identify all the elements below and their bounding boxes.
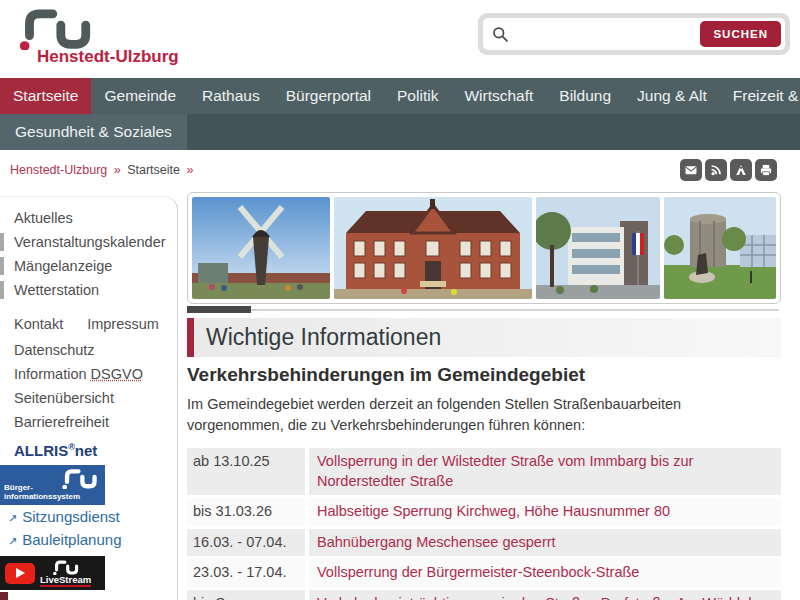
youtube-icon (5, 563, 35, 584)
sidebar-item-aktuelles[interactable]: Aktuelles (0, 206, 177, 230)
pdf-icon[interactable] (730, 159, 752, 181)
roadworks-date: ab 13.10.25 (187, 448, 305, 495)
sidebar: Aktuelles Veranstaltungskalender Mängela… (0, 196, 178, 600)
breadcrumb-home[interactable]: Henstedt-Ulzburg (10, 163, 107, 177)
nav-item-gemeinde[interactable]: Gemeinde (91, 78, 189, 114)
nav-row-2: Gesundheit & Soziales (0, 114, 800, 150)
windmill-photo (192, 197, 330, 299)
nav-item-buergerportal[interactable]: Bürgerportal (273, 78, 384, 114)
search-input[interactable] (510, 25, 700, 43)
nav-item-politik[interactable]: Politik (384, 78, 451, 114)
quick-icon-bar (680, 159, 777, 181)
sidebar-inline-links: Kontakt Impressum (0, 312, 177, 336)
search-box: SUCHEN (478, 13, 790, 55)
list-tick (0, 281, 4, 299)
page: Henstedt-Ulzburg SUCHEN Startseite Gemei… (0, 0, 800, 600)
rss-icon[interactable] (705, 159, 727, 181)
sidebar-item-seitenuebersicht[interactable]: Seitenübersicht (0, 386, 177, 410)
table-row: 23.03. - 17.04. Vollsperrung der Bürgerm… (187, 559, 781, 587)
breadcrumb: Henstedt-Ulzburg » Startseite » (10, 163, 196, 177)
livestream-label: LiveStream (40, 575, 91, 588)
search-button[interactable]: SUCHEN (700, 21, 781, 47)
modern-building-photo (536, 197, 660, 299)
main-content: Wichtige Informationen Verkehrsbehinderu… (187, 192, 781, 600)
site-name: Henstedt-Ulzburg (37, 47, 238, 67)
sidebar-item-wetterstation[interactable]: Wetterstation (0, 278, 177, 302)
search-icon (491, 25, 510, 44)
list-tick (0, 233, 4, 251)
nav-row-1: Startseite Gemeinde Rathaus Bürgerportal… (0, 78, 800, 114)
section-accent-bar (187, 318, 194, 357)
sidebar-item-maengelanzeige[interactable]: Mängelanzeige (0, 254, 177, 278)
livestream-banner[interactable]: LiveStream (0, 556, 105, 590)
roadworks-date: bis 31.03.26 (187, 498, 305, 526)
roadworks-link[interactable]: Bahnübergang Meschensee gesperrt (309, 529, 781, 557)
buergerinfo-label: Bürger- informationssystem (4, 483, 80, 502)
sidebar-item-allris-net[interactable]: ALLRIS®net (0, 442, 177, 462)
breadcrumb-current: Startseite (127, 163, 180, 177)
hu-logo-icon (49, 559, 83, 575)
sidebar-item-information-dsgvo[interactable]: Information DSGVO (0, 362, 177, 386)
sidebar-item-impressum[interactable]: Impressum (87, 312, 159, 336)
roadworks-link[interactable]: Vollsperrung der Bürgermeister-Steenbock… (309, 559, 781, 587)
nav-item-startseite[interactable]: Startseite (0, 78, 91, 114)
article-title: Verkehrsbehinderungen im Gemeindegebiet (187, 364, 585, 386)
dsgvo-abbr: DSGVO (91, 366, 143, 382)
historic-school-photo (334, 197, 532, 299)
sidebar-item-datenschutz[interactable]: Datenschutz (0, 338, 177, 362)
nav-item-freizeit-kultur[interactable]: Freizeit & Kultur (720, 78, 800, 114)
breadcrumb-row: Henstedt-Ulzburg » Startseite » (0, 150, 800, 192)
sidebar-item-sitzungsdienst[interactable]: ↗Sitzungsdienst (0, 505, 177, 528)
search-field-frame: SUCHEN (483, 18, 785, 50)
nav-item-rathaus[interactable]: Rathaus (189, 78, 273, 114)
table-row: bis 31.03.26 Halbseitige Sperrung Kirchw… (187, 498, 781, 526)
nav-item-jung-alt[interactable]: Jung & Alt (624, 78, 720, 114)
roadworks-date: 23.03. - 17.04. (187, 559, 305, 587)
photo-banner (187, 192, 781, 304)
sidebar-banner-stub (0, 592, 8, 600)
table-row: bis Sommer 2026 Verkehrsbeeinträchtigung… (187, 590, 781, 600)
nav-item-wirtschaft[interactable]: Wirtschaft (451, 78, 546, 114)
roadworks-table: ab 13.10.25 Vollsperrung in der Wilstedt… (187, 448, 781, 600)
roadworks-date: bis Sommer 2026 (187, 590, 305, 600)
site-logo[interactable]: Henstedt-Ulzburg (8, 5, 238, 73)
roadworks-link[interactable]: Halbseitige Sperrung Kirchweg, Höhe Haus… (309, 498, 781, 526)
roadworks-link[interactable]: Verkehrsbeeinträchtigungen in den Straße… (309, 590, 781, 600)
sidebar-item-kontakt[interactable]: Kontakt (14, 312, 63, 336)
hu-logo-icon (8, 5, 104, 50)
section-header: Wichtige Informationen (187, 318, 781, 357)
sidebar-item-veranstaltungskalender[interactable]: Veranstaltungskalender (0, 230, 177, 254)
sidebar-item-bauleitplanung[interactable]: ↗Bauleitplanung (0, 528, 177, 551)
print-icon[interactable] (755, 159, 777, 181)
slider-position-indicator (187, 306, 251, 313)
external-link-icon: ↗ (8, 512, 17, 524)
intro-paragraph: Im Gemeindegebiet werden derzeit an folg… (187, 394, 781, 436)
slider-track (187, 309, 779, 311)
table-row: ab 13.10.25 Vollsperrung in der Wilstedt… (187, 448, 781, 495)
breadcrumb-separator: » (114, 163, 121, 177)
list-tick (0, 257, 4, 275)
nav-item-gesundheit-soziales[interactable]: Gesundheit & Soziales (0, 114, 187, 150)
breadcrumb-separator: » (186, 163, 193, 177)
roadworks-date: 16.03. - 07.04. (187, 529, 305, 557)
section-title: Wichtige Informationen (187, 318, 781, 357)
table-row: 16.03. - 07.04. Bahnübergang Meschensee … (187, 529, 781, 557)
livestream-logo-group: LiveStream (40, 559, 91, 588)
nav-item-bildung[interactable]: Bildung (546, 78, 624, 114)
sidebar-item-barrierefreiheit[interactable]: Barrierefreiheit (0, 410, 177, 434)
external-link-icon: ↗ (8, 535, 17, 547)
email-icon[interactable] (680, 159, 702, 181)
main-navigation: Startseite Gemeinde Rathaus Bürgerportal… (0, 78, 800, 150)
buergerinformationssystem-banner[interactable]: Bürger- informationssystem (0, 465, 105, 505)
campus-park-photo (664, 197, 776, 299)
roadworks-link[interactable]: Vollsperrung in der Wilstedter Straße vo… (309, 448, 781, 495)
